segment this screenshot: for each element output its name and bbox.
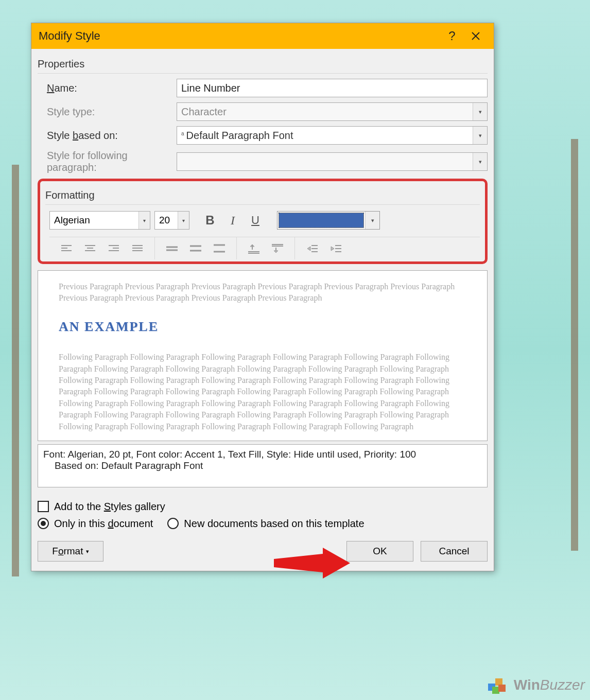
based-on-value: aDefault Paragraph Font	[177, 127, 473, 144]
titlebar: Modify Style ?	[31, 23, 494, 49]
align-left-icon	[55, 238, 78, 259]
svg-rect-40	[498, 685, 506, 692]
preview-following-text: Following Paragraph Following Paragraph …	[59, 352, 466, 432]
watermark-bold: Win	[514, 677, 540, 693]
name-label: Name:	[47, 82, 177, 94]
italic-button[interactable]: I	[221, 211, 244, 230]
svg-marker-27	[274, 251, 278, 253]
following-combo: ▾	[177, 152, 488, 171]
chevron-down-icon[interactable]: ▾	[365, 212, 379, 229]
chevron-down-icon[interactable]: ▾	[473, 127, 487, 144]
svg-marker-32	[331, 247, 334, 251]
font-name-value: Algerian	[50, 212, 138, 229]
align-center-icon	[78, 238, 102, 259]
svg-marker-28	[307, 247, 310, 251]
winbuzzer-logo-icon	[486, 673, 510, 697]
style-description: Font: Algerian, 20 pt, Font color: Accen…	[38, 444, 488, 487]
new-documents-label: New documents based on this template	[184, 518, 364, 530]
name-input[interactable]	[177, 79, 488, 97]
ok-button[interactable]: OK	[346, 541, 413, 562]
spacing-1-5-icon	[184, 238, 207, 259]
font-color-swatch	[277, 212, 365, 229]
align-right-icon	[102, 238, 126, 259]
style-type-label: Style type:	[47, 106, 177, 118]
style-type-value: Character	[177, 103, 473, 120]
align-justify-icon	[126, 238, 149, 259]
description-line1: Font: Algerian, 20 pt, Font color: Accen…	[43, 449, 482, 460]
formatting-highlight: Formatting Algerian ▾ 20 ▾ B I U ▾	[38, 179, 488, 264]
description-line2: Based on: Default Paragraph Font	[43, 460, 482, 471]
modify-style-dialog: Modify Style ? Properties Name: Style ty…	[31, 23, 494, 571]
add-to-gallery-checkbox[interactable]	[38, 501, 49, 512]
font-size-value: 20	[155, 212, 178, 229]
add-to-gallery-label: Add to the Styles gallery	[54, 501, 165, 513]
preview-previous-text: Previous Paragraph Previous Paragraph Pr…	[59, 281, 466, 304]
svg-rect-39	[492, 687, 499, 694]
underline-button[interactable]: U	[244, 211, 267, 230]
style-type-combo: Character ▾	[177, 102, 488, 121]
following-label: Style for following paragraph:	[47, 150, 177, 173]
help-button[interactable]: ?	[440, 24, 464, 48]
background-palm-right	[528, 77, 590, 540]
only-this-document-label: Only in this document	[54, 518, 153, 530]
font-color-combo[interactable]: ▾	[277, 211, 380, 230]
new-documents-radio[interactable]	[167, 518, 179, 529]
based-on-combo[interactable]: aDefault Paragraph Font ▾	[177, 126, 488, 145]
space-before-icon	[242, 238, 266, 259]
properties-section-label: Properties	[38, 55, 488, 74]
spacing-2-icon	[207, 238, 231, 259]
watermark: WinBuzzer	[486, 673, 585, 697]
color-swatch-fill	[279, 213, 363, 227]
chevron-down-icon: ▾	[473, 153, 487, 170]
close-icon	[471, 31, 480, 41]
following-value	[177, 153, 473, 170]
spacing-1-icon	[160, 238, 184, 259]
increase-indent-icon	[324, 238, 348, 259]
chevron-down-icon: ▾	[86, 548, 89, 555]
chevron-down-icon[interactable]: ▾	[178, 212, 189, 229]
font-name-combo[interactable]: Algerian ▾	[49, 211, 150, 230]
space-after-icon	[266, 238, 289, 259]
paragraph-toolbar	[49, 237, 480, 259]
based-on-label: Style based on:	[47, 130, 177, 142]
close-button[interactable]	[464, 24, 488, 48]
cancel-button[interactable]: Cancel	[421, 541, 488, 562]
formatting-section-label: Formatting	[45, 186, 480, 205]
chevron-down-icon: ▾	[473, 103, 487, 120]
only-this-document-radio[interactable]	[38, 518, 49, 529]
svg-rect-38	[495, 678, 502, 686]
watermark-rest: Buzzer	[540, 677, 585, 693]
chevron-down-icon[interactable]: ▾	[138, 212, 150, 229]
bold-button[interactable]: B	[199, 211, 221, 230]
dialog-title: Modify Style	[39, 29, 100, 43]
preview-pane: Previous Paragraph Previous Paragraph Pr…	[38, 270, 488, 441]
preview-sample-text: AN EXAMPLE	[59, 318, 466, 336]
format-button[interactable]: Format ▾	[38, 541, 103, 562]
decrease-indent-icon	[300, 238, 324, 259]
font-size-combo[interactable]: 20 ▾	[154, 211, 189, 230]
